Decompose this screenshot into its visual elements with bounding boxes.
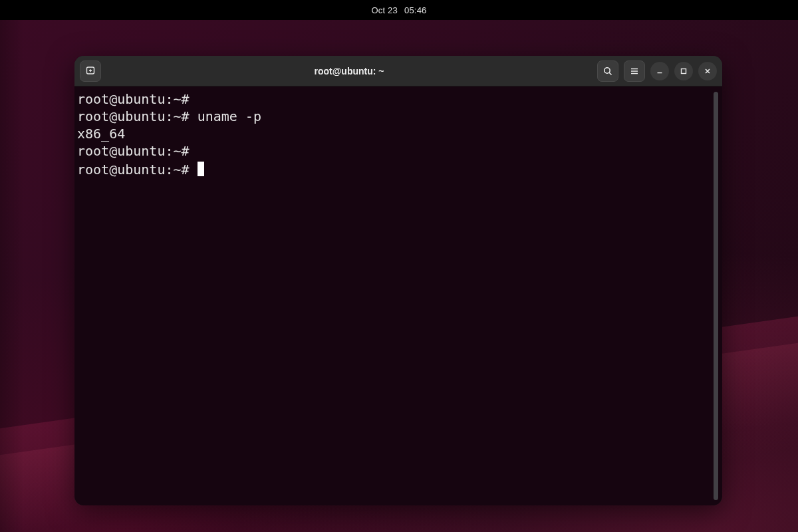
close-button[interactable]	[698, 62, 717, 80]
minimize-button[interactable]	[650, 62, 669, 80]
top-bar: Oct 23 05:46	[0, 0, 798, 20]
svg-rect-2	[682, 68, 686, 73]
terminal-viewport[interactable]: root@ubuntu:~# root@ubuntu:~# uname -px8…	[74, 86, 722, 505]
terminal-prompt: root@ubuntu:~#	[77, 91, 198, 107]
maximize-button[interactable]	[674, 62, 693, 80]
menu-button[interactable]	[624, 61, 645, 82]
wallpaper-shape	[0, 0, 24, 532]
clock-time: 05:46	[404, 5, 427, 15]
window-titlebar[interactable]: root@ubuntu: ~	[74, 56, 722, 86]
search-button[interactable]	[597, 61, 618, 82]
terminal-command: uname -p	[198, 108, 261, 124]
scrollbar-vertical[interactable]	[714, 92, 718, 500]
close-icon	[703, 66, 712, 76]
terminal-output-line: x86_64	[77, 125, 712, 142]
maximize-icon	[679, 66, 688, 76]
new-tab-icon	[85, 66, 96, 76]
scrollbar-thumb[interactable]	[714, 92, 718, 500]
terminal-cursor	[198, 162, 204, 176]
minimize-icon	[655, 66, 664, 76]
clock-date: Oct 23	[371, 5, 398, 15]
clock[interactable]: Oct 23 05:46	[371, 5, 426, 15]
terminal-content[interactable]: root@ubuntu:~# root@ubuntu:~# uname -px8…	[77, 89, 714, 503]
terminal-prompt: root@ubuntu:~#	[77, 162, 198, 178]
window-title: root@ubuntu: ~	[106, 66, 592, 76]
terminal-prompt: root@ubuntu:~#	[77, 108, 198, 124]
svg-point-1	[604, 67, 610, 72]
terminal-output: x86_64	[77, 126, 125, 142]
new-tab-button[interactable]	[80, 61, 101, 82]
terminal-prompt-line: root@ubuntu:~# uname -p	[77, 108, 712, 125]
terminal-prompt: root@ubuntu:~#	[77, 143, 198, 159]
terminal-prompt-line: root@ubuntu:~#	[77, 142, 712, 160]
terminal-window: root@ubuntu: ~	[74, 56, 722, 505]
search-icon	[602, 66, 613, 76]
terminal-prompt-line: root@ubuntu:~#	[77, 160, 712, 178]
hamburger-icon	[629, 66, 640, 76]
terminal-prompt-line: root@ubuntu:~#	[77, 90, 712, 108]
